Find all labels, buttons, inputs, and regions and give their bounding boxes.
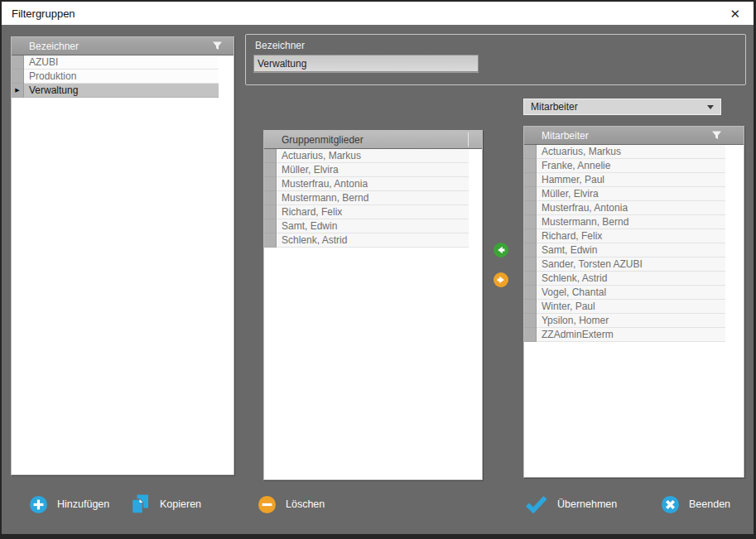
list-item[interactable]: Richard, Felix	[524, 229, 744, 243]
list-item-label: AZUBI	[24, 55, 219, 70]
list-item-label: Vogel, Chantal	[537, 286, 725, 300]
close-icon[interactable]: ✕	[726, 6, 744, 22]
delete-button-label: Löschen	[286, 498, 325, 510]
bezeichner-input[interactable]	[253, 55, 479, 72]
list-item[interactable]: Actuarius, Markus	[264, 149, 482, 163]
list-item-label: ZZAdminExterm	[537, 328, 725, 342]
filter-icon[interactable]	[711, 130, 722, 141]
list-item-label: Mustermann, Bernd	[537, 215, 725, 229]
list-item-label: Richard, Felix	[277, 205, 469, 219]
delete-button[interactable]: Löschen	[258, 494, 325, 514]
column-header-label: Gruppenmitglieder	[282, 134, 364, 146]
list-item-label: Actuarius, Markus	[537, 145, 725, 159]
group-members-column-header[interactable]: Gruppenmitglieder	[264, 131, 482, 149]
move-left-button[interactable]	[494, 243, 508, 257]
row-selector-gutter	[524, 215, 537, 229]
list-item[interactable]: Actuarius, Markus	[524, 145, 744, 159]
list-item[interactable]: Sander, Torsten AZUBI	[524, 257, 744, 272]
list-item[interactable]: ▶Verwaltung	[12, 84, 234, 98]
list-item-label: Mustermann, Bernd	[277, 191, 469, 205]
plus-circle-icon	[30, 496, 47, 513]
row-selector-gutter	[524, 243, 537, 257]
column-header-label: Bezeichner	[29, 41, 79, 52]
filter-icon[interactable]	[212, 41, 223, 51]
row-selector-gutter: ▶	[12, 84, 24, 98]
quit-button-label: Beenden	[689, 498, 730, 510]
apply-button[interactable]: Übernehmen	[525, 494, 617, 514]
bezeichner-groupbox: Bezeichner	[245, 34, 746, 85]
apply-button-label: Übernehmen	[557, 498, 617, 510]
copy-button-label: Kopieren	[160, 498, 201, 510]
row-selector-gutter	[264, 219, 277, 233]
group-members-rows: Actuarius, MarkusMüller, ElviraMusterfra…	[264, 149, 482, 479]
row-selector-gutter	[524, 145, 537, 159]
row-selector-gutter	[264, 149, 277, 163]
list-item[interactable]: ZZAdminExterm	[524, 328, 744, 342]
row-selector-gutter	[524, 159, 537, 173]
list-item[interactable]: Richard, Felix	[264, 205, 482, 219]
employees-column-header[interactable]: Mitarbeiter	[524, 127, 744, 145]
row-selector-gutter	[264, 191, 277, 205]
list-item-label: Schlenk, Astrid	[537, 272, 725, 286]
move-right-button[interactable]	[494, 272, 508, 287]
row-selector-gutter	[524, 328, 537, 342]
list-item-label: Franke, Annelie	[537, 159, 725, 173]
list-item[interactable]: Samt, Edwin	[524, 243, 744, 257]
list-item-label: Ypsilon, Homer	[537, 314, 725, 328]
list-item[interactable]: Samt, Edwin	[264, 219, 482, 233]
arrow-right-circle-icon	[494, 272, 508, 287]
list-item-label: Samt, Edwin	[537, 243, 725, 257]
filter-groups-column-header[interactable]: Bezeichner	[12, 37, 234, 55]
list-item[interactable]: Musterfrau, Antonia	[524, 201, 744, 215]
list-item[interactable]: Franke, Annelie	[524, 159, 744, 173]
list-item[interactable]: Müller, Elvira	[524, 187, 744, 201]
row-selector-gutter	[264, 163, 277, 177]
list-item-label: Actuarius, Markus	[277, 149, 469, 163]
row-selector-gutter	[12, 70, 24, 84]
dialog-frame: Filtergruppen ✕ Bezeichner AZUBIProdukti…	[2, 2, 754, 534]
list-item[interactable]: Ypsilon, Homer	[524, 314, 744, 328]
row-selector-gutter	[524, 272, 537, 286]
add-button[interactable]: Hinzufügen	[30, 494, 109, 514]
row-selector-gutter	[264, 177, 277, 191]
row-selector-gutter	[524, 229, 537, 243]
list-item[interactable]: Schlenk, Astrid	[264, 233, 482, 248]
titlebar: Filtergruppen ✕	[2, 2, 754, 25]
list-item-label: Samt, Edwin	[277, 219, 469, 233]
list-item[interactable]: Musterfrau, Antonia	[264, 177, 482, 191]
employees-rows: Actuarius, MarkusFranke, AnnelieHammer, …	[524, 145, 744, 477]
list-item[interactable]: Schlenk, Astrid	[524, 272, 744, 286]
list-item-label: Müller, Elvira	[277, 163, 469, 177]
copy-button[interactable]: Kopieren	[131, 494, 201, 514]
quit-button[interactable]: Beenden	[662, 494, 730, 514]
list-item[interactable]: Mustermann, Bernd	[524, 215, 744, 229]
list-item-label: Musterfrau, Antonia	[537, 201, 725, 215]
list-item[interactable]: Winter, Paul	[524, 300, 744, 314]
minus-circle-icon	[258, 496, 276, 513]
caret-down-icon	[707, 105, 714, 109]
list-item[interactable]: Produktion	[12, 70, 234, 84]
list-item-label: Müller, Elvira	[537, 187, 725, 201]
filter-groups-grid: Bezeichner AZUBIProduktion▶Verwaltung	[11, 36, 234, 475]
window-title: Filtergruppen	[12, 7, 75, 20]
row-selector-gutter	[524, 187, 537, 201]
filtergruppen-dialog: Filtergruppen ✕ Bezeichner AZUBIProdukti…	[0, 0, 756, 539]
bezeichner-label: Bezeichner	[255, 40, 305, 51]
list-item[interactable]: Hammer, Paul	[524, 173, 744, 187]
list-item[interactable]: Vogel, Chantal	[524, 286, 744, 300]
source-dropdown[interactable]: Mitarbeiter	[523, 99, 721, 115]
list-item[interactable]: Müller, Elvira	[264, 163, 482, 177]
filter-groups-rows: AZUBIProduktion▶Verwaltung	[12, 55, 234, 474]
row-selector-gutter	[524, 257, 537, 272]
arrow-left-circle-icon	[494, 243, 508, 257]
copy-pages-icon	[131, 494, 150, 514]
x-circle-icon	[662, 496, 679, 513]
add-button-label: Hinzufügen	[57, 498, 109, 510]
list-item[interactable]: AZUBI	[12, 55, 234, 70]
list-item-label: Schlenk, Astrid	[277, 233, 469, 248]
list-item-label: Hammer, Paul	[537, 173, 725, 187]
group-members-grid: Gruppenmitglieder Actuarius, MarkusMülle…	[263, 130, 483, 480]
row-selector-gutter	[524, 201, 537, 215]
list-item[interactable]: Mustermann, Bernd	[264, 191, 482, 205]
list-item-label: Richard, Felix	[537, 229, 725, 243]
